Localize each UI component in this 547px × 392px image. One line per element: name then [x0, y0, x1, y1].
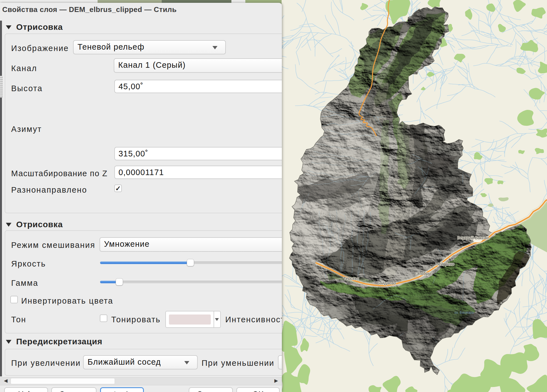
svg-text:Нейтрино: Нейтрино: [435, 262, 454, 266]
svg-text:Эльбрус: Эльбрус: [416, 271, 432, 276]
svg-text:Терскол: Терскол: [343, 276, 359, 281]
svg-text:Верхний Баксан: Верхний Баксан: [457, 235, 488, 240]
svg-text:Байдаево: Байдаево: [377, 280, 396, 285]
svg-text:оз. Башкара: оз. Башкара: [454, 311, 474, 314]
